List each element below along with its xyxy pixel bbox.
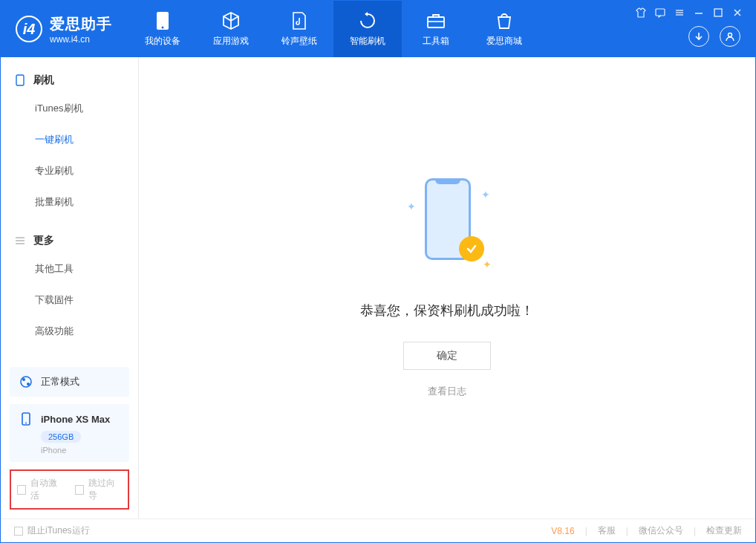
svg-point-21 <box>25 423 27 424</box>
checkbox-row-highlighted: 自动激活 跳过向导 <box>10 469 129 510</box>
sidebar-bottom: 正常模式 iPhone XS Max 256GB iPhone 自动激活 跳过向… <box>1 358 138 518</box>
footer: 阻止iTunes运行 V8.16 | 客服 | 微信公众号 | 检查更新 <box>1 518 755 542</box>
svg-point-19 <box>27 383 30 386</box>
list-icon <box>14 235 26 247</box>
toolbox-icon <box>426 11 446 30</box>
nav-apps-games[interactable]: 应用游戏 <box>197 1 265 57</box>
nav-smart-flash[interactable]: 智能刷机 <box>333 1 402 57</box>
check-badge-icon <box>459 236 484 261</box>
bag-icon <box>495 11 514 30</box>
app-window: i4 爱思助手 www.i4.cn 我的设备 应用游戏 铃声壁纸 智能刷机 <box>0 0 756 543</box>
wechat-link[interactable]: 微信公众号 <box>639 524 683 537</box>
ok-button[interactable]: 确定 <box>403 342 491 370</box>
checkbox-skip-guide[interactable]: 跳过向导 <box>75 477 123 502</box>
menu-icon[interactable] <box>674 7 685 19</box>
sidebar: 刷机 iTunes刷机 一键刷机 专业刷机 批量刷机 更多 其他工具 下载固件 … <box>1 57 139 518</box>
brand-url: www.i4.cn <box>50 34 112 45</box>
sidebar-item-download-firmware[interactable]: 下载固件 <box>1 284 138 316</box>
logo-area: i4 爱思助手 www.i4.cn <box>1 1 128 57</box>
check-update-link[interactable]: 检查更新 <box>706 524 742 537</box>
nav-toolbox[interactable]: 工具箱 <box>402 1 470 57</box>
svg-point-17 <box>21 377 31 387</box>
mode-card[interactable]: 正常模式 <box>10 367 129 397</box>
device-name: iPhone XS Max <box>41 414 110 425</box>
svg-rect-4 <box>656 9 665 16</box>
phone-illust-notch <box>435 178 460 184</box>
top-nav: 我的设备 应用游戏 铃声壁纸 智能刷机 工具箱 爱思商城 <box>128 1 538 57</box>
maximize-button[interactable] <box>712 7 724 19</box>
checkbox-auto-activate[interactable]: 自动激活 <box>17 477 65 502</box>
download-button[interactable] <box>688 26 709 47</box>
refresh-icon <box>358 11 377 30</box>
mode-label: 正常模式 <box>41 375 79 388</box>
sidebar-item-itunes-flash[interactable]: iTunes刷机 <box>1 93 138 124</box>
svg-point-18 <box>22 378 25 381</box>
success-message: 恭喜您，保资料刷机成功啦！ <box>360 302 534 319</box>
sidebar-item-oneclick-flash[interactable]: 一键刷机 <box>1 124 138 155</box>
checkbox-block-itunes[interactable]: 阻止iTunes运行 <box>14 524 90 537</box>
svg-point-1 <box>162 26 164 28</box>
phone-icon <box>153 11 172 30</box>
user-controls <box>688 26 748 47</box>
nav-my-device[interactable]: 我的设备 <box>128 1 197 57</box>
sidebar-item-pro-flash[interactable]: 专业刷机 <box>1 155 138 186</box>
device-card[interactable]: iPhone XS Max 256GB iPhone <box>10 404 129 462</box>
nav-store[interactable]: 爱思商城 <box>470 1 538 57</box>
footer-right: V8.16 | 客服 | 微信公众号 | 检查更新 <box>551 524 742 537</box>
logo-icon: i4 <box>16 16 42 42</box>
brand-name: 爱思助手 <box>50 14 112 34</box>
success-illustration: ✦ ✦ ✦ <box>403 178 492 275</box>
sparkle-icon: ✦ <box>407 201 416 212</box>
sidebar-section-flash: 刷机 <box>1 68 138 93</box>
sidebar-item-advanced[interactable]: 高级功能 <box>1 316 138 347</box>
sparkle-icon: ✦ <box>481 189 490 201</box>
view-log-link[interactable]: 查看日志 <box>428 385 466 398</box>
nav-ringtone-wallpaper[interactable]: 铃声壁纸 <box>265 1 333 57</box>
svg-rect-13 <box>16 75 24 85</box>
music-file-icon <box>290 11 309 30</box>
feedback-icon[interactable] <box>654 7 666 19</box>
close-button[interactable] <box>731 7 743 19</box>
sparkle-icon: ✦ <box>483 259 492 270</box>
window-controls <box>635 1 748 19</box>
device-storage-badge: 256GB <box>41 431 81 443</box>
sidebar-item-other-tools[interactable]: 其他工具 <box>1 253 138 284</box>
version-label: V8.16 <box>551 526 574 536</box>
main-content: ✦ ✦ ✦ 恭喜您，保资料刷机成功啦！ 确定 查看日志 <box>139 57 755 518</box>
shirt-icon[interactable] <box>635 7 647 19</box>
titlebar-right <box>635 1 755 57</box>
body: 刷机 iTunes刷机 一键刷机 专业刷机 批量刷机 更多 其他工具 下载固件 … <box>1 57 755 518</box>
sidebar-section-more: 更多 <box>1 228 138 253</box>
svg-rect-2 <box>428 17 444 27</box>
svg-point-12 <box>729 33 732 37</box>
device-phone-icon <box>19 412 33 426</box>
account-button[interactable] <box>720 26 740 47</box>
sidebar-item-batch-flash[interactable]: 批量刷机 <box>1 186 138 218</box>
svg-rect-9 <box>714 9 722 16</box>
titlebar: i4 爱思助手 www.i4.cn 我的设备 应用游戏 铃声壁纸 智能刷机 <box>1 1 755 57</box>
device-type: iPhone <box>41 446 120 455</box>
support-link[interactable]: 客服 <box>598 524 616 537</box>
cube-icon <box>221 11 241 30</box>
mode-icon <box>19 374 33 389</box>
device-icon <box>14 74 26 86</box>
minimize-button[interactable] <box>693 7 705 19</box>
